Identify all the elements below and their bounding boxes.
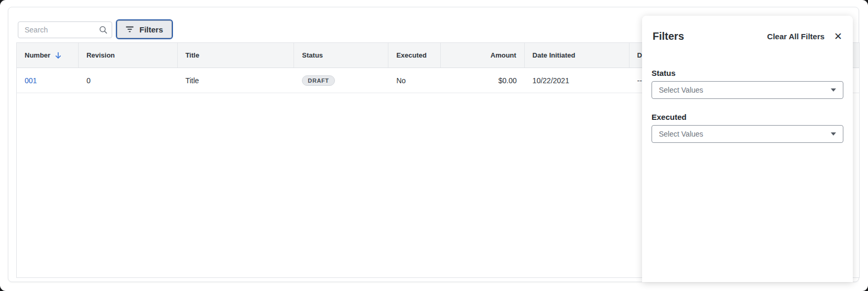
cell-date-initiated: 10/22/2021 [525,68,630,93]
cell-amount: $0.00 [441,68,525,93]
status-badge: DRAFT [302,75,334,86]
sort-descending-icon [55,52,61,59]
filters-drawer: Filters Clear All Filters ✕ Status Selec… [642,16,853,282]
column-header-label: Date Initiated [533,51,576,59]
contract-number-link[interactable]: 001 [25,76,37,85]
column-header-label: D [637,51,642,59]
column-header-label: Status [302,51,323,59]
column-header-label: Executed [396,51,427,59]
cell-number: 001 [17,68,79,93]
cell-revision: 0 [79,68,178,93]
column-header-label: Amount [491,51,516,59]
chevron-down-icon [831,132,836,136]
close-icon[interactable]: ✕ [834,31,842,41]
cell-title: Title [178,68,295,93]
column-header-title[interactable]: Title [178,43,295,68]
app-window: Filters Number Revision [0,0,868,291]
filter-field-label: Executed [652,113,843,121]
column-header-label: Revision [86,51,115,59]
column-header-executed[interactable]: Executed [388,43,441,68]
column-header-status[interactable]: Status [294,43,388,68]
filter-icon [126,26,134,32]
cell-status: DRAFT [294,68,388,93]
select-placeholder: Select Values [659,130,703,138]
filters-drawer-actions: Clear All Filters ✕ [767,31,842,41]
column-header-label: Number [25,51,50,59]
search-input[interactable] [18,21,112,38]
column-header-amount[interactable]: Amount [441,43,525,68]
cell-executed: No [388,68,441,93]
status-select[interactable]: Select Values [652,81,843,99]
filter-field-status: Status Select Values [652,69,843,99]
chevron-down-icon [831,88,836,92]
filter-field-executed: Executed Select Values [652,113,843,143]
column-header-number[interactable]: Number [17,43,79,68]
filters-button-label: Filters [139,25,163,34]
search-icon [99,26,107,34]
executed-select[interactable]: Select Values [652,125,843,143]
column-header-revision[interactable]: Revision [79,43,178,68]
filters-drawer-header: Filters Clear All Filters ✕ [642,16,853,42]
search-box [18,21,112,38]
select-placeholder: Select Values [659,86,703,94]
column-header-label: Title [186,51,200,59]
clear-all-filters-button[interactable]: Clear All Filters [767,32,824,41]
column-header-date-initiated[interactable]: Date Initiated [525,43,630,68]
filters-button[interactable]: Filters [116,19,173,39]
filter-field-label: Status [652,69,843,77]
filters-drawer-title: Filters [653,30,684,42]
